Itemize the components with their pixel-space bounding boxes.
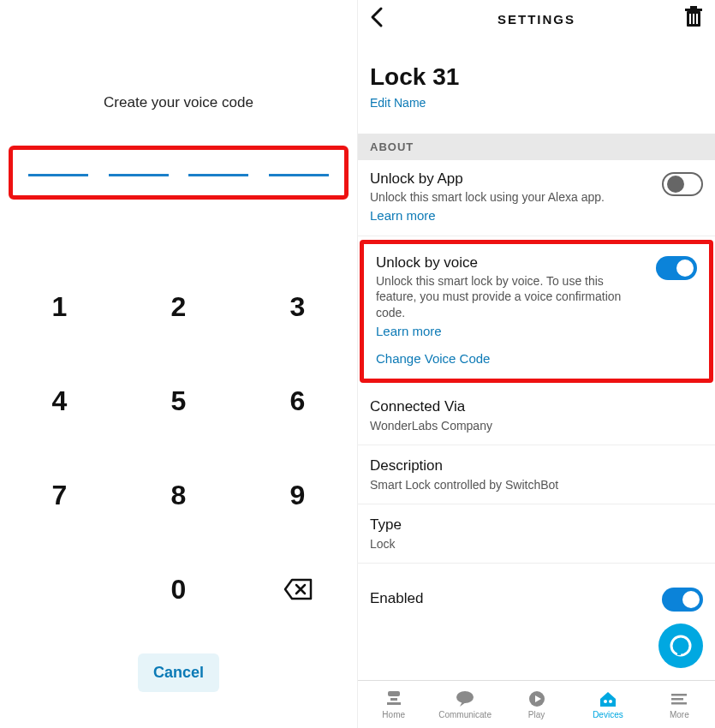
play-icon bbox=[526, 689, 548, 708]
code-input-highlight bbox=[9, 146, 349, 200]
row-unlock-by-app: Unlock by App Unlock this smart lock usi… bbox=[358, 160, 715, 236]
key-4[interactable]: 4 bbox=[0, 354, 119, 448]
unlock-voice-desc: Unlock this smart lock by voice. To use … bbox=[376, 273, 647, 320]
settings-title: SETTINGS bbox=[498, 12, 575, 27]
tab-bar: Home Communicate Play Devices More bbox=[358, 680, 715, 728]
tab-more[interactable]: More bbox=[644, 681, 715, 728]
more-icon bbox=[668, 689, 690, 708]
svg-rect-7 bbox=[388, 691, 400, 696]
tab-more-label: More bbox=[670, 710, 689, 719]
code-slot-3[interactable] bbox=[188, 174, 248, 176]
tab-play-label: Play bbox=[528, 710, 545, 719]
device-title-block: Lock 31 Edit Name bbox=[358, 38, 715, 118]
back-button[interactable] bbox=[366, 6, 389, 32]
chevron-left-icon bbox=[366, 6, 389, 28]
code-slots bbox=[28, 174, 329, 176]
svg-rect-9 bbox=[387, 702, 401, 705]
key-7[interactable]: 7 bbox=[0, 448, 119, 542]
unlock-by-voice-highlight: Unlock by voice Unlock this smart lock b… bbox=[360, 240, 713, 383]
toggle-knob bbox=[667, 176, 684, 193]
svg-point-12 bbox=[604, 700, 607, 703]
cancel-button[interactable]: Cancel bbox=[138, 653, 219, 692]
tab-devices-label: Devices bbox=[593, 710, 623, 719]
chat-icon bbox=[454, 689, 476, 708]
backspace-icon bbox=[283, 578, 313, 600]
device-name: Lock 31 bbox=[370, 63, 703, 91]
voice-code-title: Create your voice code bbox=[0, 94, 357, 111]
unlock-app-learn-more[interactable]: Learn more bbox=[370, 208, 436, 223]
svg-rect-16 bbox=[671, 702, 687, 705]
key-0[interactable]: 0 bbox=[119, 542, 238, 636]
row-type: Type Lock bbox=[358, 504, 715, 564]
tab-play[interactable]: Play bbox=[501, 681, 572, 728]
unlock-app-desc: Unlock this smart lock using your Alexa … bbox=[370, 189, 653, 205]
svg-rect-8 bbox=[390, 698, 397, 701]
row-unlock-by-voice: Unlock by voice Unlock this smart lock b… bbox=[364, 244, 709, 379]
section-about: ABOUT bbox=[358, 134, 715, 160]
key-6[interactable]: 6 bbox=[238, 354, 357, 448]
unlock-voice-toggle[interactable] bbox=[656, 256, 697, 280]
tab-home-label: Home bbox=[382, 710, 405, 719]
settings-pane: SETTINGS Lock 31 Edit Name ABOUT bbox=[357, 0, 715, 728]
key-empty bbox=[0, 542, 119, 636]
keypad: 1 2 3 4 5 6 7 8 9 0 bbox=[0, 260, 357, 636]
key-2[interactable]: 2 bbox=[119, 260, 238, 354]
unlock-app-toggle[interactable] bbox=[662, 172, 703, 196]
description-value: Smart Lock controlled by SwitchBot bbox=[370, 478, 703, 492]
type-value: Lock bbox=[370, 537, 703, 551]
row-connected-via: Connected Via WonderLabs Company bbox=[358, 386, 715, 445]
svg-rect-5 bbox=[696, 14, 698, 24]
type-label: Type bbox=[370, 516, 703, 534]
unlock-voice-learn-more[interactable]: Learn more bbox=[376, 324, 442, 338]
enabled-toggle[interactable] bbox=[662, 588, 703, 612]
key-9[interactable]: 9 bbox=[238, 448, 357, 542]
unlock-app-title: Unlock by App bbox=[370, 170, 653, 188]
svg-rect-1 bbox=[685, 9, 702, 11]
svg-rect-2 bbox=[690, 6, 697, 9]
voice-code-pane: Create your voice code 1 2 3 4 5 6 7 8 9… bbox=[0, 0, 357, 728]
home-icon bbox=[383, 689, 405, 708]
svg-point-10 bbox=[456, 691, 474, 703]
connected-via-value: WonderLabs Company bbox=[370, 419, 703, 433]
connected-via-label: Connected Via bbox=[370, 398, 703, 415]
unlock-voice-title: Unlock by voice bbox=[376, 254, 647, 272]
code-slot-2[interactable] bbox=[109, 174, 169, 176]
key-5[interactable]: 5 bbox=[119, 354, 238, 448]
toggle-knob bbox=[682, 591, 700, 608]
enabled-label: Enabled bbox=[370, 590, 423, 607]
svg-rect-14 bbox=[671, 694, 687, 696]
trash-icon bbox=[684, 6, 703, 28]
key-backspace[interactable] bbox=[238, 542, 357, 636]
key-3[interactable]: 3 bbox=[238, 260, 357, 354]
settings-header: SETTINGS bbox=[358, 0, 715, 38]
row-description: Description Smart Lock controlled by Swi… bbox=[358, 445, 715, 504]
tab-home[interactable]: Home bbox=[358, 681, 429, 728]
devices-icon bbox=[597, 689, 619, 708]
delete-button[interactable] bbox=[684, 6, 703, 32]
key-8[interactable]: 8 bbox=[119, 448, 238, 542]
code-slot-4[interactable] bbox=[269, 174, 329, 176]
tab-devices[interactable]: Devices bbox=[572, 681, 643, 728]
toggle-knob bbox=[676, 260, 694, 277]
alexa-icon bbox=[668, 633, 694, 659]
svg-rect-15 bbox=[671, 698, 683, 701]
alexa-fab[interactable] bbox=[658, 624, 703, 668]
row-enabled: Enabled bbox=[358, 564, 715, 624]
change-voice-code-link[interactable]: Change Voice Code bbox=[376, 351, 490, 366]
tab-communicate[interactable]: Communicate bbox=[429, 681, 500, 728]
edit-name-link[interactable]: Edit Name bbox=[370, 96, 703, 110]
description-label: Description bbox=[370, 457, 703, 474]
tab-communicate-label: Communicate bbox=[438, 710, 492, 719]
svg-point-13 bbox=[609, 700, 612, 703]
svg-rect-4 bbox=[693, 14, 694, 24]
svg-rect-3 bbox=[689, 14, 691, 24]
key-1[interactable]: 1 bbox=[0, 260, 119, 354]
code-slot-1[interactable] bbox=[28, 174, 88, 176]
